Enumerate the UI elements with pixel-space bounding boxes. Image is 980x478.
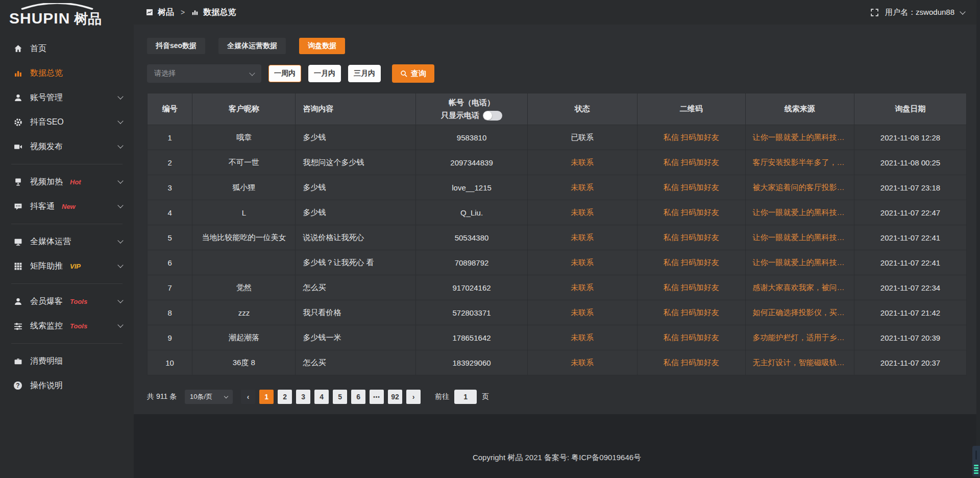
- tab-omnimedia-data[interactable]: 全媒体运营数据: [218, 38, 286, 54]
- page-button-92[interactable]: 92: [388, 390, 402, 404]
- chevron-down-icon: [117, 202, 123, 208]
- cell-account: Q_Liu.: [416, 200, 527, 225]
- fullscreen-icon[interactable]: [870, 8, 879, 17]
- monitor-icon: [13, 237, 22, 246]
- scrollbar-track[interactable]: [976, 0, 980, 478]
- cell-date: 2021-11-07 22:34: [854, 275, 967, 300]
- sidebar-item-member-leads[interactable]: 会员爆客 Tools: [0, 289, 134, 314]
- cell-nickname: 36度 8: [192, 350, 296, 375]
- goto-page-input[interactable]: [454, 390, 477, 404]
- cell-id: 2: [148, 150, 192, 175]
- question-icon: [13, 381, 22, 390]
- video-publish-icon: [13, 142, 22, 151]
- cell-id: 3: [148, 175, 192, 200]
- col-source: 线索来源: [745, 93, 854, 125]
- source-link[interactable]: 客厅安装投影半年多了，真实...: [745, 150, 854, 175]
- source-link[interactable]: 如何正确选择投影仪，买投影...: [745, 300, 854, 325]
- source-link[interactable]: 让你一眼就爱上的黑科技，能...: [745, 250, 854, 275]
- tab-douyin-seo-data[interactable]: 抖音seo数据: [147, 38, 205, 54]
- divider: [11, 164, 122, 164]
- breadcrumb-root[interactable]: 树品: [158, 7, 174, 18]
- chevron-down-icon[interactable]: [960, 9, 965, 14]
- page-button-2[interactable]: 2: [278, 390, 292, 404]
- sidebar-item-data-overview[interactable]: 数据总览: [0, 61, 134, 85]
- cell-nickname: 狐小狸: [192, 175, 296, 200]
- page-button-5[interactable]: 5: [333, 390, 347, 404]
- sidebar-item-video-publish[interactable]: 视频发布: [0, 134, 134, 159]
- status-badge: 已联系: [527, 125, 637, 150]
- table-row: 7 觉然 怎么买 917024162 未联系 私信 扫码加好友 感谢大家喜欢我家…: [148, 275, 967, 300]
- more-pages-button[interactable]: •••: [370, 390, 384, 404]
- page-button-3[interactable]: 3: [296, 390, 310, 404]
- cell-nickname: zzz: [192, 300, 296, 325]
- page-button-6[interactable]: 6: [351, 390, 365, 404]
- range-button-month[interactable]: 一月内: [308, 65, 341, 82]
- page-size-value: 10条/页: [190, 392, 212, 401]
- qrcode-link[interactable]: 私信 扫码加好友: [637, 150, 745, 175]
- source-link[interactable]: 被大家追着问的客厅投影分享...: [745, 175, 854, 200]
- tab-inquiry-data[interactable]: 询盘数据: [299, 38, 345, 54]
- qrcode-link[interactable]: 私信 扫码加好友: [637, 225, 745, 250]
- sidebar-item-label: 抖音SEO: [30, 117, 64, 128]
- username-label: 用户名：zswodun88: [885, 8, 954, 17]
- chat-bubble-icon: [13, 202, 22, 211]
- phone-only-row: 只显示电话: [421, 111, 522, 121]
- sidebar-item-lead-monitor[interactable]: 线索监控 Tools: [0, 314, 134, 338]
- content-panel: 抖音seo数据 全媒体运营数据 询盘数据 请选择 一周内 一月内 三月内 查询: [134, 25, 980, 414]
- col-content: 咨询内容: [296, 93, 416, 125]
- sidebar-item-spend-details[interactable]: 消费明细: [0, 349, 134, 373]
- table-row: 1 哦章 多少钱 9583810 已联系 私信 扫码加好友 让你一眼就爱上的黑科…: [148, 125, 967, 150]
- source-link[interactable]: 无主灯设计，智能磁吸轨道灯...: [745, 350, 854, 375]
- qrcode-link[interactable]: 私信 扫码加好友: [637, 325, 745, 350]
- status-badge: 未联系: [527, 275, 637, 300]
- qrcode-link[interactable]: 私信 扫码加好友: [637, 350, 745, 375]
- chevron-down-icon: [117, 322, 123, 327]
- sidebar-item-label: 抖客通: [30, 201, 55, 212]
- filter-select[interactable]: 请选择: [147, 64, 261, 83]
- range-button-quarter[interactable]: 三月内: [348, 65, 381, 82]
- qrcode-link[interactable]: 私信 扫码加好友: [637, 250, 745, 275]
- table-header-row: 编号 客户昵称 咨询内容 帐号（电话） 只显示电话 状态 二维码 线索来源: [148, 93, 967, 125]
- page-button-1[interactable]: 1: [259, 390, 274, 404]
- next-page-button[interactable]: ›: [406, 390, 421, 404]
- sidebar-item-douyin-seo[interactable]: 抖音SEO: [0, 110, 134, 134]
- qrcode-link[interactable]: 私信 扫码加好友: [637, 200, 745, 225]
- cell-content: 怎么买: [296, 350, 416, 375]
- sidebar-item-video-heat[interactable]: 视频加热 Hot: [0, 170, 134, 194]
- source-link[interactable]: 感谢大家喜欢我家，被问了好...: [745, 275, 854, 300]
- sidebar-item-home[interactable]: 首页: [0, 36, 134, 61]
- vip-badge: VIP: [70, 262, 81, 270]
- sidebar-item-douketong[interactable]: 抖客通 New: [0, 194, 134, 219]
- corner-widget[interactable]: [972, 446, 980, 476]
- cell-id: 9: [148, 325, 192, 350]
- widget-bar: [974, 470, 978, 471]
- qrcode-link[interactable]: 私信 扫码加好友: [637, 125, 745, 150]
- cell-content: 多少钱: [296, 175, 416, 200]
- sidebar-item-account-management[interactable]: 账号管理: [0, 85, 134, 110]
- tools-badge: Tools: [70, 298, 87, 305]
- dashboard-icon: [146, 9, 153, 16]
- qrcode-link[interactable]: 私信 扫码加好友: [637, 300, 745, 325]
- sidebar-item-help[interactable]: 操作说明: [0, 373, 134, 398]
- page-size-select[interactable]: 10条/页: [185, 390, 233, 404]
- data-tabs: 抖音seo数据 全媒体运营数据 询盘数据: [147, 38, 967, 54]
- cell-content: 我想问这个多少钱: [296, 150, 416, 175]
- table-row: 4 L 多少钱 Q_Liu. 未联系 私信 扫码加好友 让你一眼就爱上的黑科技，…: [148, 200, 967, 225]
- prev-page-button[interactable]: ‹: [241, 390, 255, 404]
- query-button[interactable]: 查询: [392, 64, 434, 83]
- col-account: 帐号（电话） 只显示电话: [416, 93, 527, 125]
- source-link[interactable]: 让你一眼就爱上的黑科技，能...: [745, 225, 854, 250]
- source-link[interactable]: 多功能护栏灯，适用于乡村文...: [745, 325, 854, 350]
- qrcode-link[interactable]: 私信 扫码加好友: [637, 175, 745, 200]
- table-row: 2 不可一世 我想问这个多少钱 2097344839 未联系 私信 扫码加好友 …: [148, 150, 967, 175]
- qrcode-link[interactable]: 私信 扫码加好友: [637, 275, 745, 300]
- sidebar-item-omnimedia[interactable]: 全媒体运营: [0, 229, 134, 254]
- table-row: 9 潮起潮落 多少钱一米 178651642 未联系 私信 扫码加好友 多功能护…: [148, 325, 967, 350]
- source-link[interactable]: 让你一眼就爱上的黑科技，能...: [745, 200, 854, 225]
- logo-brand-cn: 树品: [74, 10, 102, 28]
- page-button-4[interactable]: 4: [314, 390, 329, 404]
- source-link[interactable]: 让你一眼就爱上的黑科技，能...: [745, 125, 854, 150]
- phone-only-toggle[interactable]: [483, 111, 502, 121]
- range-button-week[interactable]: 一周内: [268, 65, 301, 82]
- sidebar-item-matrix-boost[interactable]: 矩阵助推 VIP: [0, 254, 134, 278]
